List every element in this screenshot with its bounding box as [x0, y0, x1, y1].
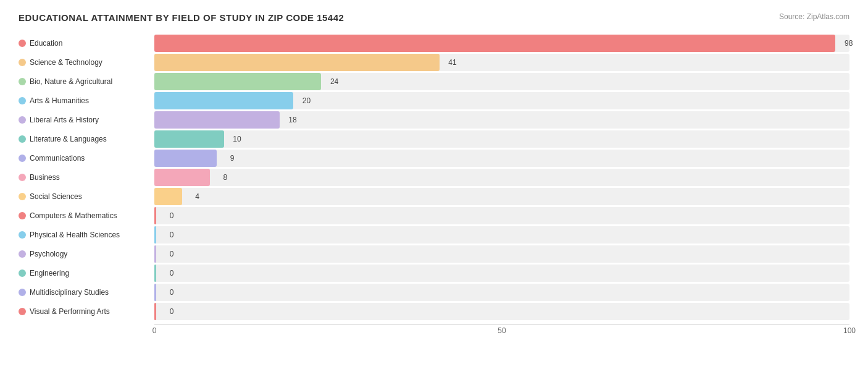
bar-label-text: Psychology: [30, 250, 67, 258]
bar-track: 0: [154, 207, 849, 224]
bar-track: 0: [154, 245, 849, 263]
chart-title: EDUCATIONAL ATTAINMENT BY FIELD OF STUDY…: [19, 12, 344, 23]
bar-row: Communications9: [19, 150, 849, 167]
bar-dot: [19, 212, 26, 219]
bar-value-label: 0: [170, 288, 174, 297]
bar-track: 41: [154, 54, 849, 71]
bar-value-label: 8: [223, 173, 227, 182]
bar-row: Education98: [19, 35, 849, 52]
bar-label-text: Education: [30, 39, 62, 48]
bar-value-label: 0: [170, 250, 174, 258]
bar-track: 98: [154, 35, 849, 52]
x-tick-label: 50: [498, 326, 506, 335]
bar-row: Psychology0: [19, 245, 849, 263]
bar-label-text: Computers & Mathematics: [30, 211, 117, 220]
bar-label-text: Literature & Languages: [30, 135, 107, 143]
bar-row: Multidisciplinary Studies0: [19, 284, 849, 301]
bars-container: Education98Science & Technology41Bio, Na…: [19, 35, 849, 320]
bar-value-label: 98: [845, 39, 853, 48]
bar-dot: [19, 308, 26, 315]
bar-dot: [19, 250, 26, 258]
bar-row: Literature & Languages10: [19, 130, 849, 148]
bar-value-label: 0: [170, 269, 174, 278]
bar-label-container: Liberal Arts & History: [19, 116, 154, 124]
bar-fill: 41: [154, 54, 440, 71]
bar-row: Arts & Humanities20: [19, 92, 849, 109]
bar-dot: [19, 289, 26, 296]
bar-label-container: Physical & Health Sciences: [19, 231, 154, 239]
bar-dot: [19, 193, 26, 200]
bar-label-text: Science & Technology: [30, 58, 102, 67]
bar-label-text: Social Sciences: [30, 192, 82, 201]
bar-label-text: Multidisciplinary Studies: [30, 288, 109, 297]
bar-value-label: 0: [170, 307, 174, 316]
x-tick-label: 100: [843, 326, 856, 335]
bar-value-label: 0: [170, 211, 174, 220]
bar-track: 4: [154, 188, 849, 205]
bar-label-container: Bio, Nature & Agricultural: [19, 77, 154, 86]
bar-row: Computers & Mathematics0: [19, 207, 849, 224]
bar-row: Bio, Nature & Agricultural24: [19, 73, 849, 90]
bar-track: 8: [154, 169, 849, 186]
bar-label-text: Business: [30, 173, 60, 182]
bar-dot: [19, 59, 26, 66]
bar-label-container: Visual & Performing Arts: [19, 307, 154, 316]
bar-row: Science & Technology41: [19, 54, 849, 71]
bar-track: 10: [154, 130, 849, 148]
bar-label-text: Communications: [30, 154, 85, 163]
bar-track: 18: [154, 111, 849, 129]
bar-fill: 20: [154, 92, 293, 109]
bar-row: Liberal Arts & History18: [19, 111, 849, 129]
bar-fill: 10: [154, 130, 224, 148]
bar-row: Visual & Performing Arts0: [19, 303, 849, 320]
bar-dot: [19, 40, 26, 47]
bar-label-container: Psychology: [19, 250, 154, 258]
x-tick-label: 0: [152, 326, 157, 335]
bar-fill: 0: [154, 284, 156, 301]
bar-value-label: 0: [170, 231, 174, 239]
bar-track: 0: [154, 265, 849, 282]
bar-label-text: Engineering: [30, 269, 69, 278]
bar-track: 0: [154, 303, 849, 320]
bar-dot: [19, 78, 26, 85]
bar-track: 0: [154, 284, 849, 301]
bar-label-text: Physical & Health Sciences: [30, 231, 120, 239]
bar-label-container: Science & Technology: [19, 58, 154, 67]
bar-value-label: 10: [233, 135, 241, 143]
bar-fill: 0: [154, 245, 156, 263]
bar-dot: [19, 155, 26, 162]
bar-label-text: Bio, Nature & Agricultural: [30, 77, 112, 86]
bar-dot: [19, 97, 26, 104]
bar-label-container: Arts & Humanities: [19, 96, 154, 105]
bar-label-container: Engineering: [19, 269, 154, 278]
bar-dot: [19, 116, 26, 124]
bar-track: 0: [154, 226, 849, 244]
bar-fill: 0: [154, 265, 156, 282]
source-label: Source: ZipAtlas.com: [779, 12, 849, 21]
bar-label-text: Visual & Performing Arts: [30, 307, 110, 316]
bar-row: Engineering0: [19, 265, 849, 282]
chart-area: Education98Science & Technology41Bio, Na…: [19, 35, 849, 324]
bar-value-label: 18: [288, 116, 296, 124]
bar-value-label: 4: [195, 192, 199, 201]
bar-dot: [19, 174, 26, 181]
bar-label-text: Arts & Humanities: [30, 96, 89, 105]
bar-fill: 0: [154, 207, 156, 224]
bar-label-container: Multidisciplinary Studies: [19, 288, 154, 297]
bar-row: Social Sciences4: [19, 188, 849, 205]
bar-dot: [19, 269, 26, 277]
bar-label-container: Business: [19, 173, 154, 182]
bar-row: Business8: [19, 169, 849, 186]
bar-fill: 8: [154, 169, 210, 186]
bar-label-text: Liberal Arts & History: [30, 116, 99, 124]
bar-row: Physical & Health Sciences0: [19, 226, 849, 244]
bar-track: 9: [154, 150, 849, 167]
bar-fill: 98: [154, 35, 835, 52]
bar-dot: [19, 231, 26, 239]
bar-fill: 24: [154, 73, 321, 90]
bar-fill: 0: [154, 226, 156, 244]
bar-fill: 4: [154, 188, 182, 205]
bar-fill: 18: [154, 111, 280, 129]
bar-label-container: Communications: [19, 154, 154, 163]
bar-fill: 9: [154, 150, 217, 167]
